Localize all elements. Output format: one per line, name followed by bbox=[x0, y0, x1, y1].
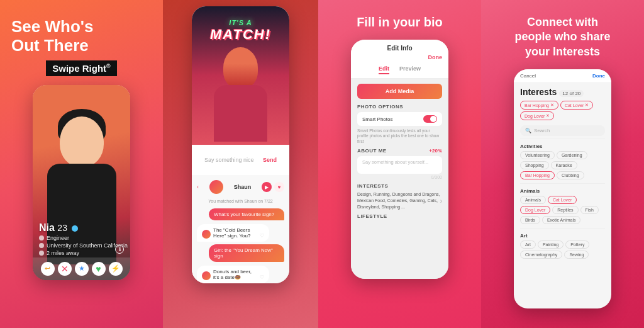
remove-tag-icon[interactable]: ✕ bbox=[550, 103, 554, 108]
search-icon: 🔍 bbox=[525, 128, 531, 133]
profile-distance: 2 miles away bbox=[39, 250, 128, 256]
tag-clubbing[interactable]: Clubbing bbox=[557, 171, 584, 179]
tag-gardening[interactable]: Gardening bbox=[557, 151, 587, 159]
cancel-button[interactable]: Cancel bbox=[520, 73, 536, 79]
divider-2 bbox=[520, 183, 605, 184]
tag-birds[interactable]: Birds bbox=[520, 216, 540, 224]
interests-label: INTERESTS bbox=[357, 183, 442, 189]
tag-exotic[interactable]: Exotic Animals bbox=[542, 216, 581, 224]
tag-painting[interactable]: Painting bbox=[538, 240, 564, 249]
edit-info-header: Edit Info x Done Edit Preview bbox=[351, 40, 448, 79]
boost-button[interactable]: ⚡ bbox=[109, 262, 123, 276]
category-art: Art bbox=[514, 230, 611, 240]
lifestyle-label: LIFESTYLE bbox=[357, 213, 442, 219]
undo-button[interactable]: ↩ bbox=[41, 262, 55, 276]
tag-sewing[interactable]: Sewing bbox=[564, 251, 589, 259]
nope-button[interactable]: ✕ bbox=[58, 262, 72, 276]
sender-avatar-2 bbox=[202, 271, 211, 280]
chat-bubble-reply3: Donuts and beer, it's a date🍩 ♡ bbox=[197, 266, 269, 283]
tag-cat-lover[interactable]: Cat Lover✕ bbox=[560, 101, 593, 110]
plus-percent-badge: +20% bbox=[429, 148, 442, 154]
tag-fish[interactable]: Fish bbox=[580, 206, 599, 214]
tag-animals[interactable]: Animals bbox=[520, 196, 546, 204]
category-activities: Activities bbox=[514, 140, 611, 151]
animals-tags: Animals Cat Lover Dog Lover Reptiles Fis… bbox=[514, 196, 611, 227]
tag-dog-lover[interactable]: Dog Lover✕ bbox=[520, 111, 554, 120]
profile-face bbox=[60, 116, 104, 167]
phone-mockup-4: Cancel Done Interests 12 of 20 Bar Hoppi… bbox=[514, 69, 611, 308]
superlike-button[interactable]: ★ bbox=[75, 262, 89, 276]
headline-see-whos: See Who's Out There bbox=[11, 18, 152, 55]
tab-preview[interactable]: Preview bbox=[399, 65, 421, 74]
info-icon[interactable]: ℹ bbox=[115, 245, 124, 254]
its-a-text: IT'S A bbox=[229, 19, 252, 26]
like-button[interactable]: ♥ bbox=[92, 262, 106, 276]
remove-tag-icon[interactable]: ✕ bbox=[546, 113, 550, 118]
tag-art[interactable]: Art bbox=[520, 240, 536, 249]
panel-edit-bio: Fill in your bio Edit Info x Done Edit P… bbox=[318, 0, 481, 328]
profile-occupation: Engineer bbox=[39, 235, 128, 241]
edit-info-title: Edit Info bbox=[357, 45, 442, 52]
interests-header: Cancel Done bbox=[514, 69, 611, 83]
profile-university: University of Southern California bbox=[39, 242, 128, 249]
tag-pottery[interactable]: Pottery bbox=[565, 240, 589, 249]
about-me-input[interactable]: Say something about yourself... bbox=[357, 156, 442, 174]
chat-bubble-question: What's your favourite sign? bbox=[209, 208, 284, 220]
tag-shopping[interactable]: Shopping bbox=[520, 161, 549, 169]
char-count: 0/300 bbox=[357, 175, 442, 179]
action-bar: ↩ ✕ ★ ♥ ⚡ bbox=[33, 257, 130, 280]
say-something-input[interactable]: Say something nice Send bbox=[198, 150, 283, 170]
chat-bubble-reply2: Girl: the "You Dream Now" sign bbox=[209, 244, 284, 262]
smart-photos-desc: Smart Photos continuously tests all your… bbox=[357, 128, 442, 144]
tag-dog-lover-cat[interactable]: Dog Lover bbox=[520, 206, 550, 214]
divider-1 bbox=[520, 139, 605, 139]
done-button[interactable]: Done bbox=[428, 54, 443, 60]
tag-cinematography[interactable]: Cinematography bbox=[520, 251, 562, 259]
matched-notice: You matched with Shaun on 7/22 bbox=[197, 199, 284, 203]
interests-title-row: Interests 12 of 20 bbox=[514, 83, 611, 98]
verified-icon bbox=[72, 225, 78, 232]
panel-interests: Connect with people who share your Inter… bbox=[481, 0, 644, 328]
connect-headline: Connect with people who share your Inter… bbox=[514, 15, 610, 59]
interests-search[interactable]: 🔍 Search bbox=[520, 125, 605, 136]
match-person-avatar bbox=[223, 47, 258, 88]
tag-volunteering[interactable]: Volunteering bbox=[520, 151, 555, 159]
video-icon[interactable]: ▶ bbox=[262, 182, 272, 192]
tag-cat-lover-cat[interactable]: Cat Lover bbox=[548, 196, 577, 204]
done-button-interests[interactable]: Done bbox=[592, 73, 605, 79]
tag-bar-hopping-cat[interactable]: Bar Hopping bbox=[520, 171, 555, 179]
add-media-button[interactable]: Add Media bbox=[357, 84, 442, 99]
heart-icon[interactable]: ♥ bbox=[274, 182, 284, 192]
remove-tag-icon[interactable]: ✕ bbox=[585, 103, 589, 108]
tag-karaoke[interactable]: Karaoke bbox=[551, 161, 577, 169]
swipe-right-badge: Swipe Right® bbox=[46, 60, 116, 76]
interests-content: Design, Running, Dungeons and Dragons, M… bbox=[357, 191, 440, 210]
smart-photos-toggle[interactable] bbox=[423, 115, 437, 123]
photo-options-label: PHOTO OPTIONS bbox=[357, 104, 442, 110]
interests-count: 12 of 20 bbox=[559, 90, 584, 97]
fill-bio-headline: Fill in your bio bbox=[357, 15, 443, 30]
smart-photos-label: Smart Photos bbox=[362, 116, 392, 122]
back-arrow[interactable]: ‹ bbox=[197, 184, 199, 190]
art-tags: Art Painting Pottery Cinematography Sewi… bbox=[514, 240, 611, 261]
sender-avatar bbox=[202, 230, 211, 239]
chat-name: Shaun bbox=[234, 184, 252, 190]
panel-swipe: See Who's Out There Swipe Right® Nia 23 … bbox=[0, 0, 163, 328]
bubble-heart-icon-2[interactable]: ♡ bbox=[260, 274, 264, 280]
bubble-heart-icon[interactable]: ♡ bbox=[260, 233, 264, 239]
category-animals: Animals bbox=[514, 185, 611, 196]
tag-reptiles[interactable]: Reptiles bbox=[552, 206, 578, 214]
edit-done-row: x Done bbox=[357, 54, 442, 60]
tag-bar-hopping[interactable]: Bar Hopping✕ bbox=[520, 101, 558, 110]
interests-title: Interests bbox=[520, 87, 557, 97]
phone-mockup-1: Nia 23 Engineer University of Southern C… bbox=[33, 85, 130, 280]
divider-3 bbox=[520, 228, 605, 229]
interests-row[interactable]: Design, Running, Dungeons and Dragons, M… bbox=[357, 191, 442, 210]
phone-mockup-3: Edit Info x Done Edit Preview Add Media … bbox=[351, 40, 448, 279]
profile-info: Nia 23 Engineer University of Southern C… bbox=[39, 222, 128, 256]
match-screen: IT'S A MATCH! Shaun likes you too! bbox=[192, 6, 289, 145]
send-button[interactable]: Send bbox=[263, 157, 277, 163]
chat-avatar bbox=[209, 180, 223, 194]
chat-icons: ▶ ♥ bbox=[262, 182, 284, 192]
tab-edit[interactable]: Edit bbox=[379, 65, 389, 74]
